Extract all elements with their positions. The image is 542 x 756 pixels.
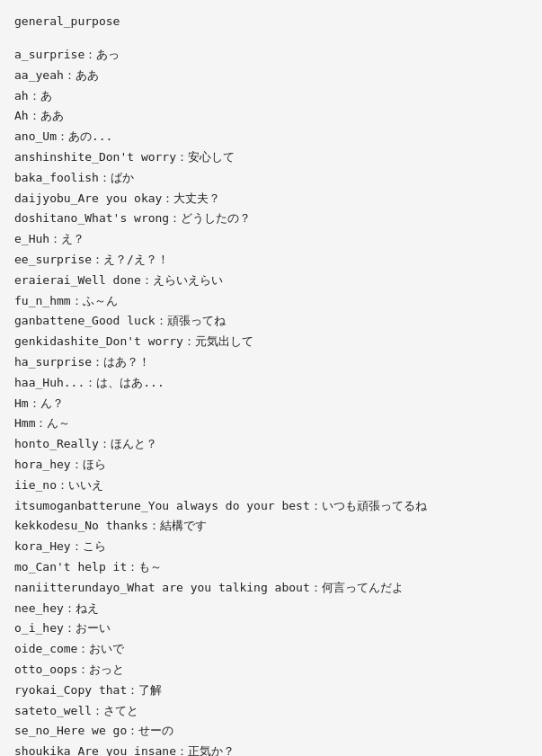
list-item: honto_Really：ほんと？ — [14, 435, 528, 454]
list-item: naniitterundayo_What are you talking abo… — [14, 579, 528, 598]
list-item: Ah：ああ — [14, 107, 528, 126]
list-item: ryokai_Copy that：了解 — [14, 681, 528, 700]
list-item: ee_surprise：え？/え？！ — [14, 251, 528, 270]
list-item: ganbattene_Good luck：頑張ってね — [14, 312, 528, 331]
list-item: mo_Can't help it：も～ — [14, 558, 528, 577]
list-item: sateto_well：さてと — [14, 702, 528, 721]
list-item: fu_n_hmm：ふ～ん — [14, 292, 528, 311]
list-item: doshitano_What's wrong：どうしたの？ — [14, 209, 528, 228]
list-item: Hm：ん？ — [14, 395, 528, 414]
list-item: itsumoganbatterune_You always do your be… — [14, 497, 528, 516]
list-item: oide_come：おいで — [14, 640, 528, 659]
list-item: kora_Hey：こら — [14, 538, 528, 556]
list-item: iie_no：いいえ — [14, 476, 528, 495]
list-item: kekkodesu_No thanks：結構です — [14, 517, 528, 536]
list-item: daijyobu_Are you okay：大丈夫？ — [14, 190, 528, 209]
list-item: ah：あ — [14, 87, 528, 106]
list-item: genkidashite_Don't worry：元気出して — [14, 333, 528, 351]
list-item: ha_surprise：はあ？！ — [14, 353, 528, 372]
list-item: o_i_hey：おーい — [14, 619, 528, 638]
list-item: ano_Um：あの... — [14, 128, 528, 147]
list-item: a_surprise：あっ — [14, 46, 528, 65]
list-item: otto_oops：おっと — [14, 661, 528, 680]
list-item: nee_hey：ねえ — [14, 600, 528, 618]
list-item: se_no_Here we go：せーの — [14, 722, 528, 741]
list-item: aa_yeah：ああ — [14, 67, 528, 85]
page-title: general_purpose — [14, 14, 528, 28]
list-item: eraierai_Well done：えらいえらい — [14, 271, 528, 290]
list-item: e_Huh：え？ — [14, 230, 528, 249]
list-item: baka_foolish：ばか — [14, 169, 528, 188]
list-item: Hmm：ん～ — [14, 414, 528, 433]
list-item: anshinshite_Don't worry：安心して — [14, 148, 528, 167]
list-item: shoukika_Are you insane：正気か？ — [14, 743, 528, 756]
list-item: haa_Huh...：は、はあ... — [14, 374, 528, 393]
list-item: hora_hey：ほら — [14, 456, 528, 475]
